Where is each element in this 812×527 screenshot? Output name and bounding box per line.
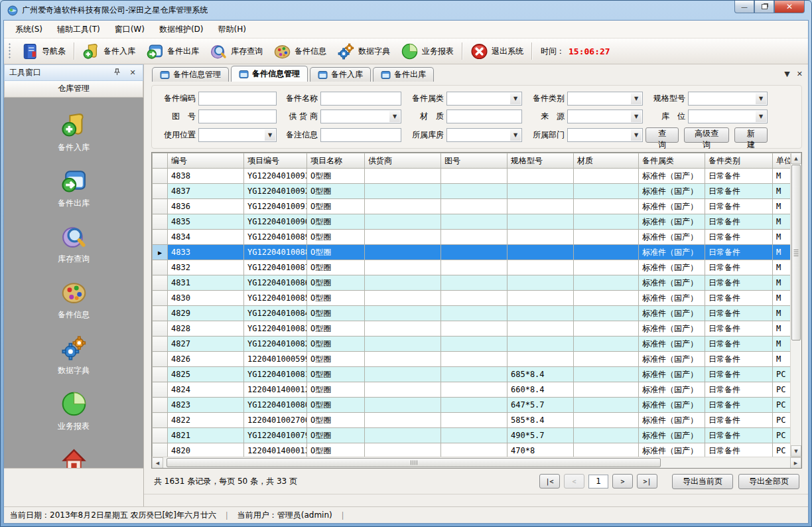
table-row[interactable]: 4823YG12204010080O型圈647*5.7标准件（国产）日常备件PC (153, 398, 791, 413)
last-page-button[interactable]: >| (637, 474, 657, 489)
table-row[interactable]: 4821YG12204010079O型圈490*5.7标准件（国产）日常备件PC (153, 428, 791, 443)
table-row[interactable]: 4834YG12204010089O型圈标准件（国产）日常备件M (153, 230, 791, 245)
form-input-2-1[interactable] (320, 128, 401, 142)
toolbar-button-1[interactable]: 备件入库 (78, 40, 140, 62)
table-row[interactable]: 4836YG12204010091O型圈标准件（国产）日常备件M (153, 199, 791, 214)
tab-1[interactable]: 备件信息管理 (231, 66, 308, 82)
column-header-5[interactable]: 规格型号 (508, 153, 574, 169)
scroll-left-icon[interactable]: ◀ (152, 457, 163, 469)
sidebar-close-icon[interactable]: ✕ (127, 68, 138, 77)
menu-item-2[interactable]: 窗口(W) (107, 21, 152, 38)
page-number-input[interactable] (588, 475, 608, 489)
form-input-0-1[interactable] (320, 92, 401, 106)
minimize-button[interactable]: — (734, 1, 754, 13)
scroll-up-icon[interactable]: ▲ (791, 153, 801, 164)
cell: O型圈 (307, 230, 365, 245)
table-row[interactable]: 4835YG12204010090O型圈标准件（国产）日常备件M (153, 214, 791, 230)
restore-button[interactable] (754, 1, 774, 13)
next-page-button[interactable]: > (612, 474, 633, 489)
vertical-scrollbar[interactable]: ▲ ▼ (790, 153, 801, 457)
sidebar-group-warehouse[interactable]: 仓库管理 (4, 81, 143, 98)
table-row[interactable]: 4838YG12204010093O型圈标准件（国产）日常备件M (153, 169, 791, 184)
tab-list-dropdown-icon[interactable]: ▼ (784, 70, 789, 78)
table-row[interactable]: 48261220401000599O型圈标准件（国产）日常备件M (153, 352, 791, 367)
sidebar-item-4[interactable]: 数据字典 (24, 331, 123, 380)
toolbar-button-0[interactable]: 导航条 (16, 40, 70, 62)
menu-item-1[interactable]: 辅助工具(T) (50, 21, 107, 38)
column-header-7[interactable]: 备件属类 (639, 153, 705, 169)
table-row[interactable]: 4827YG12204010082O型圈标准件（国产）日常备件M (153, 337, 791, 352)
app-window: 广州爱奇迪软件科技有限公司-深田之星仓库管理系统 — ✕ 系统(S)辅助工具(T… (0, 0, 812, 527)
column-header-4[interactable]: 图号 (441, 153, 508, 169)
tab-close-icon[interactable]: ✕ (797, 70, 803, 78)
horizontal-scroll-thumb[interactable] (167, 458, 661, 467)
tab-3[interactable]: 备件出库 (373, 67, 434, 82)
toolbar-button-2[interactable]: 备件出库 (141, 40, 204, 62)
new-button[interactable]: 新建 (734, 127, 768, 143)
column-header-2[interactable]: 项目名称 (307, 153, 365, 169)
form-select-1-3[interactable]: ▼ (567, 110, 643, 123)
column-header-8[interactable]: 备件类别 (705, 153, 773, 169)
column-header-6[interactable]: 材质 (574, 153, 639, 169)
sidebar-item-5[interactable]: 业务报表 (24, 387, 123, 435)
table-row[interactable]: 48201220401400013O型圈470*8标准件（国产）日常备件PC (153, 443, 791, 457)
column-header-0[interactable]: 编号 (168, 153, 244, 169)
first-page-button[interactable]: |< (539, 474, 560, 489)
vertical-scroll-thumb[interactable] (791, 165, 801, 340)
toolbar-button-3[interactable]: 库存查询 (205, 40, 267, 62)
form-select-0-3[interactable]: ▼ (567, 92, 643, 106)
menu-item-0[interactable]: 系统(S) (8, 21, 50, 38)
sidebar-item-3[interactable]: 备件信息 (24, 275, 123, 324)
horizontal-scrollbar[interactable]: ◀ ▶ (152, 457, 801, 468)
close-button[interactable]: ✕ (774, 1, 805, 13)
scroll-right-icon[interactable]: ▶ (790, 457, 801, 469)
table-row[interactable]: 48221220401002700O型圈585*8.4标准件（国产）日常备件PC (153, 413, 791, 428)
cell (441, 443, 508, 457)
advanced-query-button[interactable]: 高级查询 (684, 127, 729, 143)
table-row[interactable]: ▶4833YG12204010088O型圈标准件（国产）日常备件M (153, 245, 791, 260)
toolbar-button-7[interactable]: 退出系统 (466, 40, 528, 62)
form-input-1-0[interactable] (198, 110, 277, 123)
form-input-0-0[interactable] (198, 92, 277, 106)
form-select-0-2[interactable]: ▼ (446, 92, 522, 106)
form-input-1-2[interactable] (446, 110, 522, 123)
table-row[interactable]: 4828YG12204010083O型圈标准件（国产）日常备件M (153, 321, 791, 337)
sidebar-item-2[interactable]: 库存查询 (24, 220, 123, 268)
form-select-2-3[interactable]: ▼ (567, 128, 643, 142)
toolbar-drag-handle-icon[interactable] (8, 42, 11, 60)
export-current-page-button[interactable]: 导出当前页 (672, 474, 733, 489)
cell (365, 321, 441, 337)
toolbar-button-5[interactable]: 数据字典 (332, 40, 395, 62)
column-header-1[interactable]: 项目编号 (244, 153, 307, 169)
prev-page-button[interactable]: < (564, 474, 584, 489)
sidebar-item-6[interactable]: 库房管理 (24, 443, 123, 468)
form-select-0-4[interactable]: ▼ (688, 92, 768, 106)
table-row[interactable]: 4832YG12204010087O型圈标准件（国产）日常备件M (153, 260, 791, 275)
form-select-2-0[interactable]: ▼ (198, 128, 277, 142)
cell: 4829 (168, 306, 244, 321)
table-row[interactable]: 4830YG12204010085O型圈标准件（国产）日常备件M (153, 291, 791, 306)
menu-item-4[interactable]: 帮助(H) (211, 21, 253, 38)
export-all-pages-button[interactable]: 导出全部页 (738, 474, 799, 489)
column-header-3[interactable]: 供货商 (365, 153, 441, 169)
sidebar-item-0[interactable]: 备件入库 (24, 108, 123, 157)
menu-item-3[interactable]: 数据维护(D) (152, 21, 211, 38)
toolbar-button-6[interactable]: 业务报表 (396, 40, 458, 62)
form-select-1-1[interactable]: ▼ (320, 110, 401, 123)
toolbar-button-4[interactable]: 备件信息 (269, 40, 331, 62)
scroll-down-icon[interactable]: ▼ (791, 445, 801, 457)
pin-icon[interactable] (111, 68, 122, 78)
query-button[interactable]: 查询 (645, 127, 679, 143)
table-row[interactable]: 48241220401400012O型圈660*8.4标准件（国产）日常备件PC (153, 382, 791, 398)
table-row[interactable]: 4829YG12204010084O型圈标准件（国产）日常备件M (153, 306, 791, 321)
tab-0[interactable]: 备件信息管理 (152, 67, 229, 82)
form-select-2-2[interactable]: ▼ (446, 128, 522, 142)
table-row[interactable]: 4825YG12204010081O型圈685*8.4标准件（国产）日常备件PC (153, 367, 791, 382)
sidebar-item-1[interactable]: 备件出库 (24, 164, 123, 212)
cell: O型圈 (307, 352, 365, 367)
table-row[interactable]: 4831YG12204010086O型圈标准件（国产）日常备件M (153, 275, 791, 291)
column-header-9[interactable]: 单位 (773, 153, 791, 169)
form-select-1-4[interactable]: ▼ (688, 110, 768, 123)
tab-2[interactable]: 备件入库 (310, 67, 371, 82)
table-row[interactable]: 4837YG12204010092O型圈标准件（国产）日常备件M (153, 184, 791, 199)
